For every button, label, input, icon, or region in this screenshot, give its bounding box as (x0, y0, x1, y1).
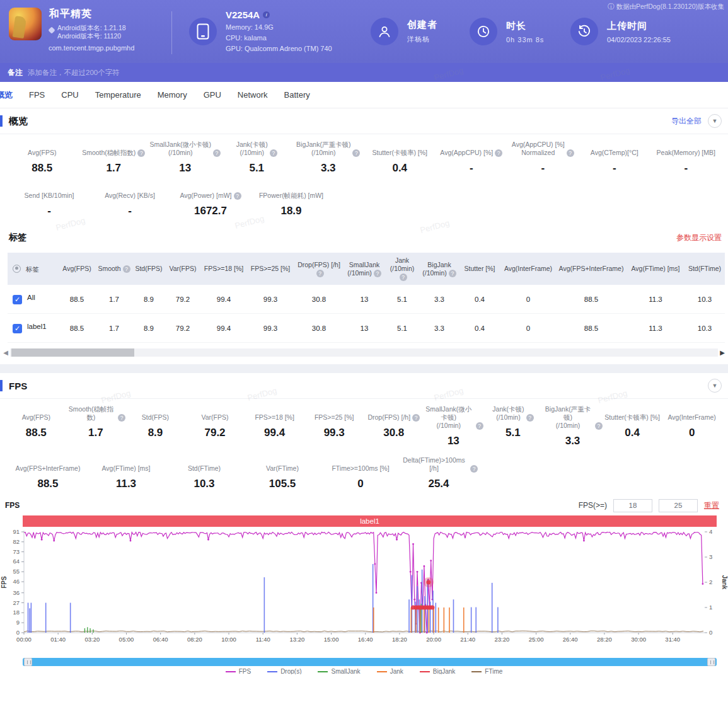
svg-text:01:40: 01:40 (50, 636, 66, 643)
overview-title: 概览 (9, 115, 28, 127)
fps-threshold-input-2[interactable] (659, 499, 698, 512)
note-bar[interactable]: 备注 添加备注，不超过200个字符 (0, 63, 728, 82)
table-cell: 5.1 (384, 314, 420, 343)
metric: Avg(FPS)88.5 (6, 141, 78, 175)
fps-jank-chart: 9182736455463627189043210FPSJank00:0001:… (0, 527, 728, 653)
device-model: V2254A (226, 9, 260, 20)
scroll-thumb[interactable] (11, 348, 134, 357)
scroll-track[interactable] (10, 348, 718, 357)
table-cell: 30.8 (294, 285, 344, 314)
table-cell: 3.3 (420, 314, 459, 343)
tab-temperature[interactable]: Temperature (95, 90, 158, 100)
metric-label: Avg(InterFrame) (668, 413, 716, 422)
metric: Jank(卡顿) (/10min)?5.1 (483, 405, 543, 447)
svg-text:1: 1 (709, 604, 712, 611)
metric-label: Avg(Power) [mW] (180, 192, 231, 200)
range-handle-right[interactable] (707, 658, 715, 666)
metric: Avg(CTemp)[°C]- (579, 141, 650, 175)
table-cell: 30.8 (294, 314, 344, 343)
tab-gpu[interactable]: GPU (204, 90, 238, 100)
help-icon[interactable]: ? (352, 149, 360, 157)
collapse-fps-button[interactable]: ▼ (708, 379, 722, 393)
select-all-radio-icon[interactable] (13, 265, 21, 273)
svg-text:0: 0 (709, 629, 712, 636)
legend-item[interactable]: BigJank (420, 669, 456, 674)
tab-battery[interactable]: Battery (284, 90, 326, 100)
tab-network[interactable]: Network (238, 90, 284, 100)
legend-item[interactable]: FTime (471, 669, 502, 674)
row-checkbox[interactable]: ✓ (13, 324, 22, 333)
table-cell: 8.9 (132, 314, 165, 343)
metric-label: Stutter(卡顿率) [%] (372, 149, 427, 157)
help-icon[interactable]: ? (449, 270, 456, 277)
chart-range-scrollbar[interactable] (23, 658, 717, 666)
tab-cpu[interactable]: CPU (61, 90, 95, 100)
help-icon[interactable]: ? (374, 270, 381, 277)
svg-text:30:00: 30:00 (631, 636, 646, 643)
metric: Var(FTime)105.5 (243, 456, 321, 490)
legend-item[interactable]: Drop(s) (267, 669, 301, 674)
android-version-code: Android版本号: 11120 (57, 32, 121, 40)
help-icon[interactable]: ? (412, 414, 420, 422)
help-icon[interactable]: ? (213, 149, 221, 157)
header: ⓘ 数据由PerfDog(8.1.230120)版本收集 和平精英 Androi… (0, 0, 728, 63)
legend-swatch (420, 671, 430, 672)
svg-text:46: 46 (13, 578, 20, 585)
range-handle-left[interactable] (24, 658, 32, 666)
help-icon[interactable]: ? (234, 192, 241, 200)
column-header: FPS>=25 [%] (247, 253, 294, 285)
metric: SmallJank(微小卡顿) (/10min)?13 (149, 141, 221, 175)
svg-text:05:00: 05:00 (119, 636, 134, 643)
metric-label: Smooth(稳帧指数) (82, 149, 136, 157)
metric: Peak(Memory) [MB]- (650, 141, 722, 175)
tab-概览[interactable]: 概览 (0, 89, 29, 101)
help-icon[interactable]: ? (495, 149, 502, 157)
tab-memory[interactable]: Memory (158, 90, 204, 100)
column-header: Var(FPS) (165, 253, 200, 285)
metric: Stutter(卡顿率) [%]0.4 (364, 141, 436, 175)
note-label: 备注 (8, 67, 23, 78)
metric-value: 99.3 (304, 427, 364, 439)
metric-value: 30.8 (364, 427, 424, 439)
row-checkbox[interactable]: ✓ (13, 295, 22, 304)
table-cell: 99.4 (200, 285, 247, 314)
collapse-overview-button[interactable]: ▼ (708, 114, 722, 128)
help-icon[interactable]: ? (270, 149, 277, 157)
chart-fps-label: FPS (5, 501, 20, 510)
svg-text:15:00: 15:00 (324, 636, 339, 643)
metric-label: Send [KB/10min] (25, 192, 74, 200)
column-header: Avg(FTime) [ms] (627, 253, 685, 285)
device-info-icon[interactable]: i (263, 11, 270, 18)
param-display-settings-link[interactable]: 参数显示设置 (676, 233, 722, 243)
metric: Std(FTime)10.3 (165, 456, 243, 490)
column-header: Stutter [%] (459, 253, 500, 285)
export-all-link[interactable]: 导出全部 (671, 116, 702, 127)
help-icon[interactable]: ? (137, 149, 145, 157)
scroll-right-arrow[interactable]: ▶ (718, 349, 727, 356)
reset-link[interactable]: 重置 (704, 500, 719, 511)
metric-label: SmallJank(微小卡顿) (/10min) (150, 141, 211, 157)
fps-threshold-input-1[interactable] (613, 499, 652, 512)
metric-label: Std(FTime) (188, 464, 221, 473)
legend-item[interactable]: SmallJank (318, 669, 360, 674)
tab-fps[interactable]: FPS (29, 90, 61, 100)
table-row[interactable]: ✓All88.51.78.979.299.499.330.8135.13.30.… (8, 285, 725, 314)
table-cell: 10.3 (685, 285, 725, 314)
metric: Stutter(卡顿率) [%]0.4 (603, 405, 662, 447)
table-cell: 0 (500, 314, 556, 343)
help-icon[interactable]: ? (470, 465, 478, 473)
help-icon[interactable]: ? (316, 270, 324, 277)
help-icon[interactable]: ? (567, 149, 574, 157)
table-row[interactable]: ✓label188.51.78.979.299.499.330.8135.13.… (8, 314, 725, 343)
help-icon[interactable]: ? (476, 422, 483, 430)
scroll-left-arrow[interactable]: ◀ (1, 349, 10, 356)
help-icon[interactable]: ? (400, 273, 407, 281)
svg-text:27: 27 (13, 599, 20, 606)
legend-item[interactable]: FPS (226, 669, 251, 674)
help-icon[interactable]: ? (526, 414, 534, 422)
help-icon[interactable]: ? (118, 414, 125, 422)
help-icon[interactable]: ? (123, 265, 130, 273)
upload-time-block: 上传时间 04/02/2023 22:26:55 (570, 0, 671, 63)
legend-item[interactable]: Jank (377, 669, 403, 674)
help-icon[interactable]: ? (595, 422, 603, 430)
